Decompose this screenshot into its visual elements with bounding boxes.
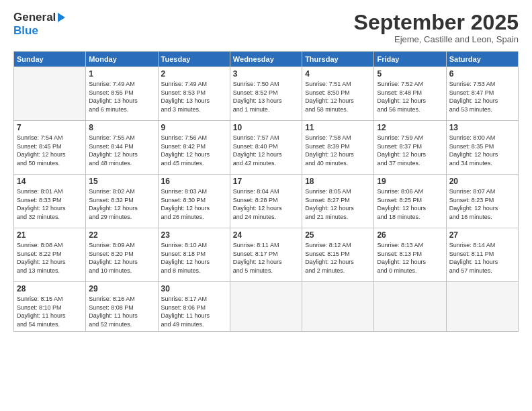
day-info-line: and 5 minutes.	[233, 267, 299, 275]
day-info-line: and 49 minutes.	[161, 320, 227, 329]
day-info-line: Daylight: 12 hours	[305, 97, 371, 105]
logo: General Blue	[13, 11, 65, 37]
day-number: 28	[17, 284, 83, 293]
day-info-line: Sunrise: 8:10 AM	[161, 241, 227, 250]
day-info-line: Sunrise: 8:11 AM	[233, 241, 299, 250]
day-number: 3	[233, 69, 299, 79]
table-row: 30Sunrise: 8:17 AMSunset: 8:06 PMDayligh…	[158, 282, 230, 331]
table-row: 14Sunrise: 8:01 AMSunset: 8:33 PMDayligh…	[14, 175, 86, 228]
day-info-line: Sunrise: 7:49 AM	[161, 80, 227, 89]
table-row: 16Sunrise: 8:03 AMSunset: 8:30 PMDayligh…	[158, 175, 230, 228]
table-row: 27Sunrise: 8:14 AMSunset: 8:11 PMDayligh…	[446, 228, 518, 282]
day-number: 7	[17, 123, 83, 132]
day-number: 16	[161, 177, 227, 186]
page: General Blue September 2025 Ejeme, Casti…	[0, 0, 532, 411]
day-info-line: Sunset: 8:30 PM	[161, 196, 227, 205]
day-info-line: Sunrise: 7:53 AM	[449, 80, 515, 89]
day-info-line: and 16 minutes.	[449, 213, 515, 222]
logo-blue: Blue	[13, 24, 65, 38]
day-info-line: Sunset: 8:22 PM	[17, 250, 83, 259]
table-row: 29Sunrise: 8:16 AMSunset: 8:08 PMDayligh…	[86, 282, 158, 331]
day-info-line: Sunset: 8:53 PM	[161, 89, 227, 97]
table-row: 2Sunrise: 7:49 AMSunset: 8:53 PMDaylight…	[158, 67, 230, 121]
day-info-line: Sunset: 8:06 PM	[161, 304, 227, 312]
table-row	[446, 282, 518, 331]
day-info-line: Daylight: 12 hours	[449, 204, 515, 213]
table-row: 18Sunrise: 8:05 AMSunset: 8:27 PMDayligh…	[302, 175, 374, 228]
day-info-line: Sunset: 8:48 PM	[377, 89, 443, 97]
day-info-line: and 48 minutes.	[89, 159, 154, 168]
day-info-line: Sunrise: 8:03 AM	[161, 187, 227, 196]
table-row: 17Sunrise: 8:04 AMSunset: 8:28 PMDayligh…	[230, 175, 302, 228]
day-info-line: Sunset: 8:55 PM	[89, 89, 154, 97]
day-number: 9	[161, 123, 227, 132]
day-info-line: Sunset: 8:18 PM	[161, 250, 227, 259]
title-block: September 2025 Ejeme, Castille and Leon,…	[354, 11, 519, 44]
calendar-header-row: Sunday Monday Tuesday Wednesday Thursday…	[14, 52, 519, 67]
day-info-line: Sunrise: 7:56 AM	[161, 134, 227, 142]
day-number: 22	[89, 230, 154, 240]
day-number: 25	[305, 230, 371, 240]
day-info-line: Sunset: 8:50 PM	[305, 89, 371, 97]
day-info-line: Sunrise: 8:02 AM	[89, 187, 154, 196]
day-info-line: Sunset: 8:08 PM	[89, 304, 154, 312]
day-info-line: Sunrise: 8:06 AM	[377, 187, 443, 196]
day-info-line: Sunrise: 7:52 AM	[377, 80, 443, 89]
day-info-line: Sunrise: 7:51 AM	[305, 80, 371, 89]
day-info-line: and 32 minutes.	[17, 213, 83, 222]
day-info-line: Sunrise: 8:05 AM	[305, 187, 371, 196]
day-info-line: and 26 minutes.	[161, 213, 227, 222]
day-number: 10	[233, 123, 299, 132]
day-info-line: Sunset: 8:13 PM	[377, 250, 443, 259]
day-info-line: Daylight: 12 hours	[377, 204, 443, 213]
day-info-line: Sunrise: 8:00 AM	[449, 134, 515, 142]
day-info-line: Sunrise: 8:13 AM	[377, 241, 443, 250]
day-info-line: Sunrise: 7:59 AM	[377, 134, 443, 142]
subtitle: Ejeme, Castille and Leon, Spain	[354, 34, 519, 44]
day-info-line: Daylight: 12 hours	[17, 150, 83, 159]
day-info-line: and 13 minutes.	[17, 267, 83, 275]
day-info-line: Sunset: 8:35 PM	[449, 142, 515, 151]
day-info-line: Sunrise: 7:49 AM	[89, 80, 154, 89]
day-info-line: Daylight: 12 hours	[233, 258, 299, 267]
day-info-line: Daylight: 12 hours	[161, 204, 227, 213]
day-info-line: and 52 minutes.	[89, 320, 154, 329]
day-info-line: Daylight: 12 hours	[161, 258, 227, 267]
day-info-line: Sunrise: 8:14 AM	[449, 241, 515, 250]
table-row: 12Sunrise: 7:59 AMSunset: 8:37 PMDayligh…	[374, 121, 446, 175]
day-info-line: and 45 minutes.	[161, 159, 227, 168]
table-row: 3Sunrise: 7:50 AMSunset: 8:52 PMDaylight…	[230, 67, 302, 121]
calendar-table: Sunday Monday Tuesday Wednesday Thursday…	[13, 51, 519, 331]
day-info-line: Sunset: 8:25 PM	[377, 196, 443, 205]
day-number: 26	[377, 230, 443, 240]
table-row: 6Sunrise: 7:53 AMSunset: 8:47 PMDaylight…	[446, 67, 518, 121]
table-row: 9Sunrise: 7:56 AMSunset: 8:42 PMDaylight…	[158, 121, 230, 175]
day-info-line: Sunrise: 8:04 AM	[233, 187, 299, 196]
day-number: 1	[89, 69, 154, 79]
day-info-line: and 8 minutes.	[161, 267, 227, 275]
month-title: September 2025	[354, 11, 519, 34]
day-info-line: and 18 minutes.	[377, 213, 443, 222]
day-number: 6	[449, 69, 515, 79]
day-number: 12	[377, 123, 443, 132]
day-info-line: Sunrise: 8:16 AM	[89, 295, 154, 304]
day-number: 13	[449, 123, 515, 132]
day-info-line: Sunset: 8:40 PM	[233, 142, 299, 151]
table-row: 22Sunrise: 8:09 AMSunset: 8:20 PMDayligh…	[86, 228, 158, 282]
day-info-line: Daylight: 12 hours	[449, 150, 515, 159]
day-number: 17	[233, 177, 299, 186]
day-info-line: Sunrise: 8:15 AM	[17, 295, 83, 304]
day-info-line: Sunset: 8:33 PM	[17, 196, 83, 205]
day-info-line: Sunset: 8:39 PM	[305, 142, 371, 151]
day-info-line: Sunset: 8:44 PM	[89, 142, 154, 151]
day-info-line: Sunset: 8:47 PM	[449, 89, 515, 97]
day-info-line: Sunset: 8:15 PM	[305, 250, 371, 259]
day-number: 30	[161, 284, 227, 293]
day-number: 29	[89, 284, 154, 293]
day-info-line: Sunrise: 7:50 AM	[233, 80, 299, 89]
table-row: 5Sunrise: 7:52 AMSunset: 8:48 PMDaylight…	[374, 67, 446, 121]
day-info-line: and 40 minutes.	[305, 159, 371, 168]
day-info-line: Sunset: 8:28 PM	[233, 196, 299, 205]
col-monday: Monday	[86, 52, 158, 67]
day-info-line: Sunset: 8:10 PM	[17, 304, 83, 312]
